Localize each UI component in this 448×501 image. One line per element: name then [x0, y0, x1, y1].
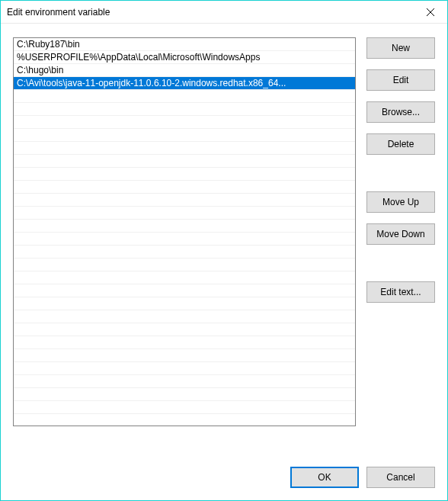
browse-button[interactable]: Browse... — [366, 101, 435, 123]
list-item-empty[interactable] — [14, 168, 355, 181]
close-icon — [427, 8, 434, 16]
list-item-empty[interactable] — [14, 271, 355, 284]
list-item-empty[interactable] — [14, 116, 355, 129]
edit-text-button[interactable]: Edit text... — [366, 281, 435, 303]
edit-button[interactable]: Edit — [366, 69, 435, 91]
list-item-empty[interactable] — [14, 246, 355, 259]
titlebar: Edit environment variable — [1, 1, 447, 24]
list-item-empty[interactable] — [14, 323, 355, 336]
list-item-empty[interactable] — [14, 401, 355, 414]
close-button[interactable] — [413, 1, 447, 24]
main-row: C:\Ruby187\bin%USERPROFILE%\AppData\Loca… — [13, 37, 435, 450]
bottom-row: OK Cancel — [13, 467, 435, 488]
path-list[interactable]: C:\Ruby187\bin%USERPROFILE%\AppData\Loca… — [13, 37, 356, 426]
list-item[interactable]: C:\Ruby187\bin — [14, 38, 355, 51]
list-item-empty[interactable] — [14, 207, 355, 220]
list-item-empty[interactable] — [14, 414, 355, 426]
delete-button[interactable]: Delete — [366, 133, 435, 155]
new-button[interactable]: New — [366, 37, 435, 59]
list-item[interactable]: C:\hugo\bin — [14, 64, 355, 77]
list-item-empty[interactable] — [14, 155, 355, 168]
list-item-empty[interactable] — [14, 90, 355, 103]
list-item-empty[interactable] — [14, 388, 355, 401]
list-item[interactable]: C:\Avi\tools\java-11-openjdk-11.0.6.10-2… — [14, 77, 355, 90]
side-buttons: New Edit Browse... Delete Move Up Move D… — [366, 37, 435, 450]
list-item-empty[interactable] — [14, 375, 355, 388]
list-item-empty[interactable] — [14, 349, 355, 362]
list-item-empty[interactable] — [14, 220, 355, 233]
list-item-empty[interactable] — [14, 233, 355, 246]
list-item-empty[interactable] — [14, 362, 355, 375]
list-item-empty[interactable] — [14, 181, 355, 194]
dialog-content: C:\Ruby187\bin%USERPROFILE%\AppData\Loca… — [1, 24, 447, 500]
cancel-button[interactable]: Cancel — [366, 467, 435, 488]
move-up-button[interactable]: Move Up — [366, 191, 435, 213]
list-item-empty[interactable] — [14, 194, 355, 207]
move-down-button[interactable]: Move Down — [366, 223, 435, 245]
list-item-empty[interactable] — [14, 310, 355, 323]
list-item-empty[interactable] — [14, 142, 355, 155]
list-item[interactable]: %USERPROFILE%\AppData\Local\Microsoft\Wi… — [14, 51, 355, 64]
list-item-empty[interactable] — [14, 259, 355, 271]
list-item-empty[interactable] — [14, 297, 355, 310]
list-item-empty[interactable] — [14, 284, 355, 297]
list-item-empty[interactable] — [14, 336, 355, 349]
ok-button[interactable]: OK — [290, 467, 359, 488]
list-item-empty[interactable] — [14, 129, 355, 142]
window-title: Edit environment variable — [7, 7, 110, 18]
list-item-empty[interactable] — [14, 103, 355, 116]
